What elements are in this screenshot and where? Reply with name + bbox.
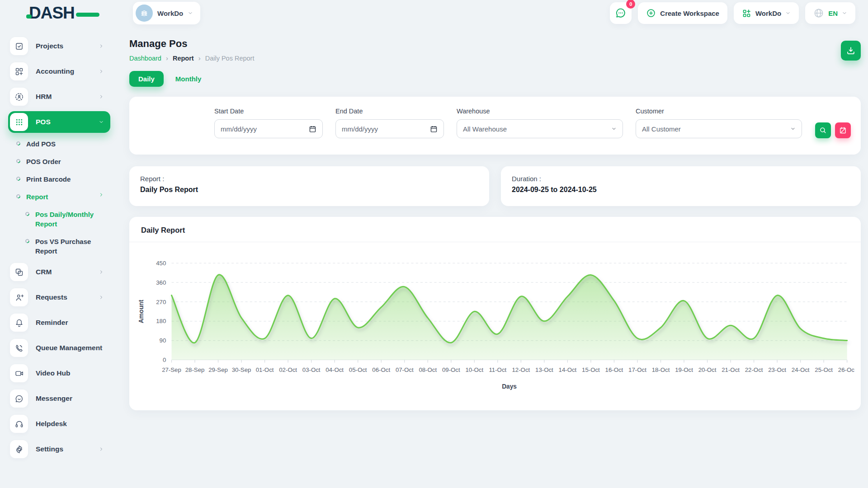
reset-button[interactable]	[835, 122, 851, 138]
sidebar-item-helpdesk[interactable]: Helpdesk	[8, 413, 110, 435]
end-date-input[interactable]: mm/dd/yyyy	[335, 119, 444, 138]
brand-logo[interactable]: DASH	[29, 4, 110, 23]
warehouse-value: All Warehouse	[463, 125, 507, 133]
sidebar-item-settings[interactable]: Settings	[8, 438, 110, 460]
sidebar-item-requests[interactable]: Requests	[8, 286, 110, 308]
warehouse-label: Warehouse	[457, 108, 623, 115]
sidebar-item-chevron	[99, 345, 104, 351]
bullet-icon	[15, 158, 21, 164]
svg-text:06-Oct: 06-Oct	[372, 366, 390, 373]
warehouse-field: Warehouse All Warehouse	[457, 108, 623, 155]
breadcrumb-separator: ›	[198, 54, 201, 62]
svg-text:Amount: Amount	[138, 300, 145, 323]
sidebar-item-queue-management[interactable]: Queue Management	[8, 337, 110, 359]
sidebar-item-label: CRM	[36, 268, 52, 276]
logo-text: DASH	[29, 4, 75, 23]
svg-text:23-Oct: 23-Oct	[768, 366, 786, 373]
sidebar-item-hrm[interactable]: HRM	[8, 86, 110, 108]
end-date-label: End Date	[335, 108, 444, 115]
sidebar-item-label: Accounting	[36, 67, 74, 75]
duration-label: Duration :	[512, 175, 850, 183]
sidebar-item-reminder[interactable]: Reminder	[8, 312, 110, 333]
download-button[interactable]	[841, 41, 861, 61]
sidebar-subitem-label: Report	[26, 192, 48, 202]
gear-icon	[10, 440, 28, 458]
svg-text:12-Oct: 12-Oct	[512, 366, 530, 373]
logo-dash	[76, 13, 99, 17]
divider	[129, 242, 861, 242]
sidebar-item-projects[interactable]: Projects	[8, 35, 110, 57]
breadcrumb-item-report[interactable]: Report	[173, 55, 194, 62]
crm-icon	[10, 263, 28, 281]
duration-value: 2024-09-25 to 2024-10-25	[512, 186, 850, 194]
workspace-switcher[interactable]: WorkDo	[133, 2, 200, 24]
sidebar-subitem-label: POS Order	[26, 157, 61, 166]
sidebar-item-report[interactable]: Report	[16, 189, 110, 204]
sidebar-item-chevron	[99, 192, 104, 197]
tab-daily[interactable]: Daily	[129, 71, 164, 87]
bullet-icon	[24, 211, 30, 217]
language-selector[interactable]: EN	[805, 2, 855, 24]
daily-report-chart: 09018027036045027-Sep28-Sep29-Sep30-Sep0…	[136, 255, 854, 407]
svg-text:30-Sep: 30-Sep	[232, 366, 251, 373]
logo-dot	[26, 14, 32, 19]
warehouse-select[interactable]: All Warehouse	[457, 119, 623, 138]
messenger-icon	[10, 389, 28, 408]
svg-text:02-Oct: 02-Oct	[279, 366, 297, 373]
chevron-right-icon	[99, 345, 104, 351]
page-title: Manage Pos	[129, 38, 254, 50]
svg-text:29-Sep: 29-Sep	[208, 366, 228, 373]
messages-button[interactable]: 0	[610, 2, 632, 24]
building-icon	[136, 5, 153, 22]
customer-select[interactable]: All Customer	[636, 119, 802, 138]
svg-text:14-Oct: 14-Oct	[559, 366, 577, 373]
report-label: Report :	[140, 175, 478, 183]
svg-text:20-Oct: 20-Oct	[698, 366, 717, 373]
breadcrumb-item-dashboard[interactable]: Dashboard	[129, 55, 161, 62]
grid-plus-icon	[742, 9, 751, 18]
chevron-down-icon	[790, 126, 796, 131]
start-date-input[interactable]: mm/dd/yyyy	[214, 119, 323, 138]
svg-text:19-Oct: 19-Oct	[675, 366, 693, 373]
svg-text:21-Oct: 21-Oct	[722, 366, 740, 373]
chevron-right-icon	[99, 295, 104, 300]
sidebar-item-pos-order[interactable]: POS Order	[16, 154, 110, 169]
breadcrumb-item-daily-pos-report: Daily Pos Report	[205, 55, 255, 62]
breadcrumb: Dashboard›Report›Daily Pos Report	[129, 54, 254, 62]
sidebar-item-pos-vs-purchase-report[interactable]: Pos VS Purchase Report	[25, 234, 110, 258]
chevron-down-icon	[99, 119, 104, 125]
calendar-off-icon	[839, 127, 847, 134]
video-icon	[10, 364, 28, 382]
sidebar-item-add-pos[interactable]: Add POS	[16, 136, 110, 151]
sidebar-item-accounting[interactable]: Accounting	[8, 61, 110, 82]
svg-text:25-Oct: 25-Oct	[815, 366, 833, 373]
sidebar-item-pos-daily-monthly-report[interactable]: Pos Daily/Monthly Report	[25, 207, 110, 231]
sidebar-item-chevron	[99, 119, 104, 125]
sidebar-item-chevron	[99, 295, 104, 300]
start-date-placeholder: mm/dd/yyyy	[221, 125, 257, 133]
main-content: Manage Pos Dashboard›Report›Daily Pos Re…	[118, 26, 868, 488]
create-workspace-button[interactable]: Create Workspace	[638, 2, 727, 24]
chevron-right-icon	[99, 69, 104, 74]
sidebar-item-chevron	[99, 43, 104, 49]
sidebar-item-pos[interactable]: POS	[8, 111, 110, 133]
tab-monthly[interactable]: Monthly	[175, 75, 202, 83]
svg-text:11-Oct: 11-Oct	[489, 366, 506, 373]
customer-field: Customer All Customer	[636, 108, 802, 155]
sidebar-item-crm[interactable]: CRM	[8, 261, 110, 283]
sidebar-subitem-label: Print Barcode	[26, 174, 71, 184]
chevron-right-icon	[99, 446, 104, 452]
search-button[interactable]	[815, 122, 831, 138]
sidebar-item-label: Messenger	[36, 394, 72, 403]
workspace-menu-button[interactable]: WorkDo	[734, 2, 799, 24]
sidebar-item-messenger[interactable]: Messenger	[8, 388, 110, 409]
pos-icon	[10, 113, 28, 131]
hrm-icon	[10, 88, 28, 106]
sidebar-item-chevron	[99, 446, 104, 452]
sidebar-item-video-hub[interactable]: Video Hub	[8, 362, 110, 384]
report-period-tabs: DailyMonthly	[129, 71, 861, 87]
sidebar-subitem-label: Pos Daily/Monthly Report	[35, 210, 103, 229]
chevron-right-icon	[99, 94, 104, 99]
svg-text:270: 270	[156, 299, 166, 305]
sidebar-item-print-barcode[interactable]: Print Barcode	[16, 172, 110, 187]
